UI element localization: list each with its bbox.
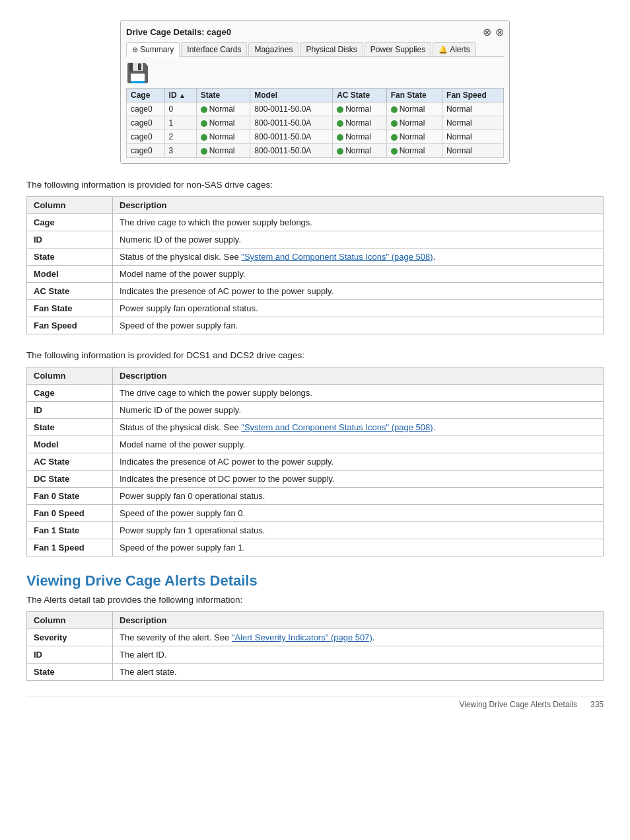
info-col-name: ID [27, 646, 113, 664]
footer: Viewing Drive Cage Alerts Details 335 [26, 697, 604, 709]
dcs-info-table: Column Description CageThe drive cage to… [26, 367, 604, 556]
cell-fan-speed: Normal [442, 144, 504, 158]
info-col-name: State [27, 248, 113, 266]
fan-status-dot [391, 106, 398, 113]
footer-right: 335 [590, 700, 604, 709]
ac-status-dot [337, 106, 343, 113]
col-fan-state: Fan State [386, 89, 442, 102]
fan-status-dot [391, 148, 398, 155]
info-col-name: AC State [27, 283, 113, 300]
info-col-desc: Indicates the presence of AC power to th… [113, 453, 604, 471]
minimize-icon[interactable]: ⊗ [483, 26, 491, 38]
cell-fan-speed: Normal [442, 130, 504, 144]
table-row: CageThe drive cage to which the power su… [27, 214, 604, 231]
cell-fan-speed: Normal [442, 102, 504, 116]
table-row: DC StateIndicates the presence of DC pow… [27, 471, 604, 488]
table-row: ModelModel name of the power supply. [27, 436, 604, 453]
non-sas-desc-header: Description [113, 197, 604, 214]
tab-alerts[interactable]: 🔔 Alerts [433, 42, 476, 56]
info-col-name: Fan 0 Speed [27, 505, 113, 522]
info-col-desc: Status of the physical disk. See "System… [113, 248, 604, 266]
table-row: IDNumeric ID of the power supply. [27, 231, 604, 248]
info-link[interactable]: "Alert Severity Indicators" (page 507) [232, 632, 372, 642]
footer-left: Viewing Drive Cage Alerts Details [459, 700, 577, 709]
table-row: IDNumeric ID of the power supply. [27, 402, 604, 419]
info-col-name: Fan 1 Speed [27, 539, 113, 556]
info-col-desc: Numeric ID of the power supply. [113, 402, 604, 419]
info-col-name: Severity [27, 629, 113, 646]
table-row: SeverityThe severity of the alert. See "… [27, 629, 604, 646]
info-link[interactable]: "System and Component Status Icons" (pag… [241, 422, 433, 432]
status-dot [201, 106, 207, 113]
power-supplies-table: Cage ID ▲ State Model AC State Fan State… [126, 88, 504, 158]
info-col-name: ID [27, 231, 113, 248]
cell-cage: cage0 [127, 130, 165, 144]
summary-icon: ⊕ [132, 46, 138, 54]
table-row: Fan 0 SpeedSpeed of the power supply fan… [27, 505, 604, 522]
info-col-desc: Numeric ID of the power supply. [113, 231, 604, 248]
drive-cage-panel: Drive Cage Details: cage0 ⊗ ⊗ ⊕ Summary … [120, 20, 510, 164]
info-col-desc: Model name of the power supply. [113, 266, 604, 283]
ac-status-dot [337, 134, 343, 141]
ac-status-dot [337, 148, 343, 155]
tab-physical-disks[interactable]: Physical Disks [300, 42, 363, 56]
table-row: Fan 0 StatePower supply fan 0 operationa… [27, 488, 604, 505]
info-link[interactable]: "System and Component Status Icons" (pag… [241, 252, 433, 262]
alerts-icon: 🔔 [438, 46, 448, 54]
col-ac-state: AC State [333, 89, 387, 102]
info-col-name: Fan Speed [27, 317, 113, 334]
cell-state: Normal [196, 144, 250, 158]
info-col-desc: Indicates the presence of DC power to th… [113, 471, 604, 488]
tab-bar: ⊕ Summary Interface Cards Magazines Phys… [126, 42, 504, 57]
alerts-col-header: Column [27, 612, 113, 629]
cell-state: Normal [196, 102, 250, 116]
info-col-name: State [27, 419, 113, 436]
dcs-heading-text: The following information is provided fo… [26, 350, 604, 360]
table-row: StateThe alert state. [27, 664, 604, 681]
col-fan-speed: Fan Speed [442, 89, 504, 102]
cell-id: 3 [164, 144, 196, 158]
dcs-desc-header: Description [113, 367, 604, 385]
table-row: cage0 0 Normal 800-0011-50.0A Normal Nor… [127, 102, 504, 116]
fan-status-dot [391, 134, 398, 141]
table-row: Fan 1 StatePower supply fan 1 operationa… [27, 522, 604, 539]
status-dot [201, 148, 207, 155]
cell-fan-state: Normal [386, 144, 442, 158]
ac-status-dot [337, 120, 343, 127]
table-row: CageThe drive cage to which the power su… [27, 385, 604, 402]
close-icon[interactable]: ⊗ [495, 26, 504, 38]
info-col-desc: Speed of the power supply fan 1. [113, 539, 604, 556]
non-sas-info-table: Column Description CageThe drive cage to… [26, 196, 604, 334]
info-col-name: Fan 1 State [27, 522, 113, 539]
info-col-desc: The alert state. [113, 664, 604, 681]
cell-cage: cage0 [127, 102, 165, 116]
tab-interface-cards[interactable]: Interface Cards [181, 42, 247, 56]
cell-model: 800-0011-50.0A [250, 144, 333, 158]
table-row: AC StateIndicates the presence of AC pow… [27, 283, 604, 300]
status-dot [201, 134, 207, 141]
info-col-desc: Power supply fan 0 operational status. [113, 488, 604, 505]
info-col-desc: Status of the physical disk. See "System… [113, 419, 604, 436]
cell-ac-state: Normal [333, 144, 387, 158]
info-col-name: State [27, 664, 113, 681]
cell-state: Normal [196, 130, 250, 144]
sort-arrow-id: ▲ [179, 92, 186, 99]
tab-summary[interactable]: ⊕ Summary [126, 42, 180, 57]
cell-ac-state: Normal [333, 116, 387, 130]
cell-id: 2 [164, 130, 196, 144]
info-col-name: Model [27, 436, 113, 453]
cell-id: 1 [164, 116, 196, 130]
info-col-desc: Power supply fan 1 operational status. [113, 522, 604, 539]
cell-fan-state: Normal [386, 102, 442, 116]
col-id[interactable]: ID ▲ [164, 89, 196, 102]
cell-cage: cage0 [127, 144, 165, 158]
col-model: Model [250, 89, 333, 102]
info-col-desc: Speed of the power supply fan. [113, 317, 604, 334]
tab-power-supplies[interactable]: Power Supplies [365, 42, 431, 56]
tab-magazines[interactable]: Magazines [248, 42, 298, 56]
non-sas-col-header: Column [27, 197, 113, 214]
table-row: IDThe alert ID. [27, 646, 604, 664]
panel-header: Drive Cage Details: cage0 ⊗ ⊗ [126, 26, 504, 38]
col-state: State [196, 89, 250, 102]
cell-ac-state: Normal [333, 102, 387, 116]
